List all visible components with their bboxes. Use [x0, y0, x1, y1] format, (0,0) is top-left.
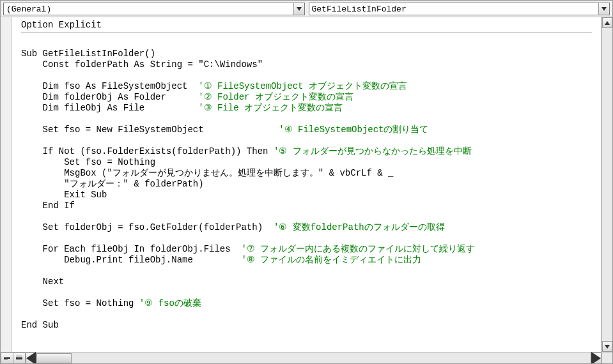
toolbar: (General) GetFileListInFolder [1, 1, 612, 17]
code-line: Dim fileObj As File [21, 103, 198, 113]
procedure-separator [21, 32, 592, 33]
svg-rect-6 [4, 360, 8, 360]
code-line: Sub GetFileListInFolder() [21, 49, 155, 59]
scroll-left-button[interactable] [26, 353, 36, 364]
code-line: Dim folderObj As Folder [21, 92, 198, 102]
scope-dropdown[interactable]: (General) [3, 3, 305, 15]
scope-dropdown-value: (General) [6, 4, 51, 14]
bottom-bar [1, 352, 612, 364]
editor-area: Option Explicit Sub GetFileListInFolder(… [1, 17, 612, 352]
chevron-down-icon[interactable] [598, 3, 609, 15]
code-line: End Sub [21, 320, 59, 330]
svg-marker-1 [601, 7, 607, 11]
code-line: Next [21, 277, 64, 287]
procedure-dropdown[interactable]: GetFileListInFolder [309, 3, 610, 15]
code-line: Dim fso As FileSystemObject [21, 81, 198, 91]
code-line: Option Explicit [21, 20, 102, 30]
code-line: For Each fileObj In folderObj.Files [21, 244, 241, 254]
svg-marker-12 [591, 352, 601, 364]
code-comment: '⑤ フォルダーが見つからなかったら処理を中断 [274, 146, 472, 156]
code-comment: '① FileSystemObject オブジェクト変数の宣言 [198, 81, 407, 91]
code-line: If Not (fso.FolderExists(folderPath)) Th… [21, 146, 274, 156]
code-content[interactable]: Option Explicit Sub GetFileListInFolder(… [12, 17, 601, 333]
scroll-right-button[interactable] [591, 353, 601, 364]
code-line: Set folderObj = fso.GetFolder(folderPath… [21, 222, 274, 232]
scrollbar-thumb[interactable] [36, 353, 72, 363]
code-viewport[interactable]: Option Explicit Sub GetFileListInFolder(… [12, 17, 601, 352]
svg-marker-3 [605, 345, 610, 349]
svg-rect-7 [16, 356, 22, 356]
svg-rect-4 [4, 357, 10, 358]
horizontal-scrollbar[interactable] [26, 353, 601, 364]
scroll-up-button[interactable] [602, 17, 612, 28]
code-line: Set fso = Nothing [21, 157, 155, 167]
code-line: End If [21, 201, 75, 211]
svg-rect-9 [16, 358, 22, 359]
code-comment: '③ File オブジェクト変数の宣言 [198, 103, 343, 113]
code-line: MsgBox ("フォルダーが見つかりません。処理を中断します。" & vbCr… [21, 168, 393, 178]
code-line: Set fso = New FileSystemObject [21, 125, 279, 135]
code-line: Exit Sub [21, 190, 107, 200]
full-module-view-button[interactable] [13, 353, 26, 364]
view-mode-buttons [1, 353, 26, 364]
margin-gutter [1, 17, 12, 352]
svg-marker-0 [297, 7, 302, 11]
code-line: "フォルダー：" & folderPath) [21, 179, 204, 189]
svg-rect-8 [16, 357, 22, 358]
chevron-down-icon[interactable] [293, 3, 304, 15]
code-comment: '⑥ 変数folderPathのフォルダーの取得 [274, 222, 445, 232]
svg-rect-10 [16, 360, 22, 360]
scroll-down-button[interactable] [602, 341, 612, 352]
code-comment: '② Folder オブジェクト変数の宣言 [198, 92, 353, 102]
code-line: Const folderPath As String = "C:\Windows… [21, 59, 263, 70]
code-comment: '⑦ フォルダー内にある複数のファイルに対して繰り返す [241, 244, 475, 254]
code-comment: '⑨ fsoの破棄 [139, 298, 201, 308]
code-comment: '④ FileSystemObjectの割り当て [279, 125, 428, 135]
svg-rect-5 [4, 358, 10, 359]
svg-marker-11 [26, 352, 36, 364]
scrollbar-corner [601, 353, 612, 364]
svg-marker-2 [605, 21, 610, 25]
code-line: Set fso = Nothing [21, 298, 139, 308]
code-line: Debug.Print fileObj.Name [21, 255, 241, 265]
code-comment: '⑧ ファイルの名前をイミディエイトに出力 [241, 255, 421, 265]
procedure-view-button[interactable] [1, 353, 13, 364]
procedure-dropdown-value: GetFileListInFolder [312, 4, 407, 14]
vertical-scrollbar[interactable] [601, 17, 612, 352]
